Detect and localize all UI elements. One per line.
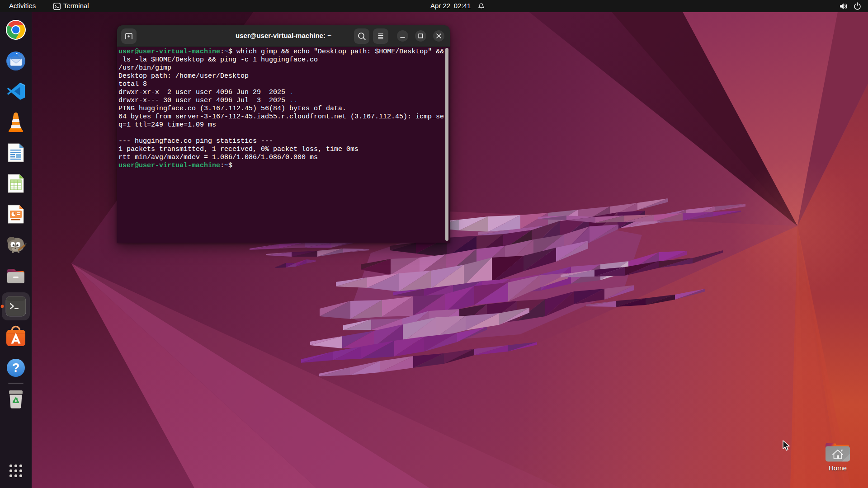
svg-text:?: ?	[12, 361, 20, 375]
